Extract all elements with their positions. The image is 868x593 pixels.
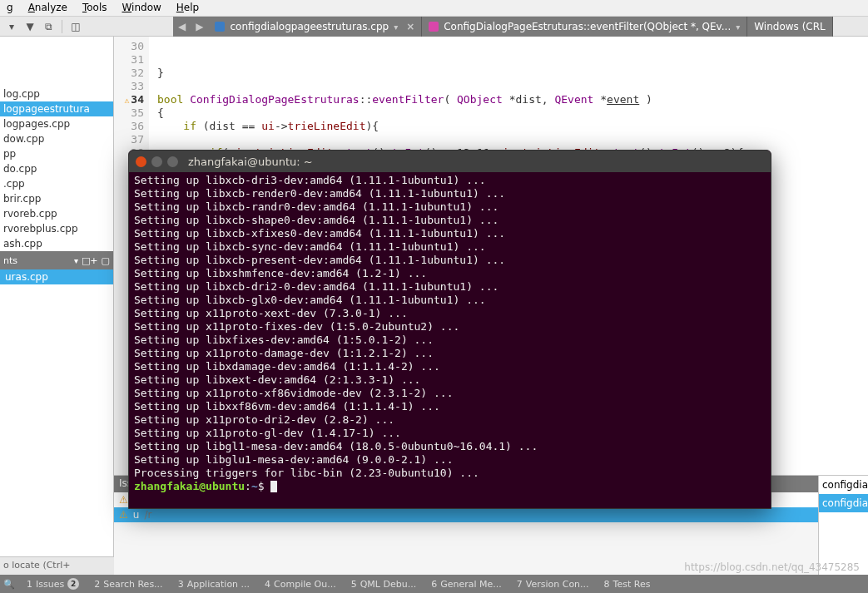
menu-item[interactable]: Window (122, 2, 161, 14)
bottom-tab[interactable]: 3 Application ... (175, 579, 253, 590)
bottom-tab[interactable]: 8 Test Res (601, 579, 654, 590)
chevron-down-icon[interactable]: ▾ (394, 22, 398, 32)
close-panel-icon[interactable]: ▢ (102, 255, 110, 266)
menu-item-partial[interactable]: g (7, 2, 13, 14)
bottom-tab-bar: 🔍1 Issues 22 Search Res...3 Application … (0, 575, 868, 593)
terminal-line: Setting up libxcb-sync-dev:amd64 (1.11.1… (134, 240, 766, 254)
cpp-file-icon (215, 22, 225, 32)
terminal-line: Setting up x11proto-dri2-dev (2.8-2) ... (134, 413, 766, 427)
chevron-down-icon[interactable]: ▾ (736, 22, 740, 32)
link-icon[interactable]: ⧉ (42, 20, 55, 33)
terminal-line: Setting up libxcb-shape0-dev:amd64 (1.11… (134, 214, 766, 227)
chevron-down-icon[interactable]: ▾ (74, 256, 78, 265)
issue-row[interactable]: ⚠ u /r (114, 507, 818, 522)
close-icon[interactable]: × (406, 21, 414, 32)
file-list-item[interactable]: pp (0, 146, 113, 161)
issue-file-label[interactable]: configdia (819, 476, 868, 494)
open-documents-list: uras.cpp (0, 269, 113, 575)
bottom-tab[interactable]: 5 QML Debu... (348, 579, 419, 590)
bottom-tab[interactable]: 1 Issues 2 (23, 578, 82, 590)
terminal-line: Setting up libxshmfence-dev:amd64 (1.2-1… (134, 267, 766, 280)
menu-item[interactable]: Tools (82, 2, 107, 14)
nav-back-icon[interactable]: ◀ (173, 21, 191, 32)
terminal-body[interactable]: Setting up libxcb-dri3-dev:amd64 (1.11.1… (129, 172, 771, 495)
menu-item[interactable]: Help (176, 2, 199, 14)
terminal-line: Setting up libxcb-glx0-dev:amd64 (1.11.1… (134, 294, 766, 307)
warning-icon: ⚠ (119, 494, 128, 506)
file-list-item[interactable]: logpages.cpp (0, 116, 113, 131)
filter-icon[interactable]: ▼ (23, 20, 37, 33)
window-maximize-button[interactable] (167, 156, 178, 167)
editor-tab-bar: ◀ ▶ configdialogpageestruturas.cpp ▾ × C… (173, 17, 833, 37)
file-list-item[interactable]: dow.cpp (0, 131, 113, 146)
terminal-title-bar[interactable]: zhangfakai@ubuntu: ~ (129, 151, 771, 172)
file-list: log.cpplogpageestruturalogpages.cppdow.c… (0, 37, 113, 251)
badge: 2 (67, 578, 79, 590)
tab-file[interactable]: configdialogpageestruturas.cpp ▾ × (208, 17, 422, 37)
split-icon[interactable]: ◫ (69, 20, 82, 33)
bottom-tab[interactable]: 2 Search Res... (91, 579, 166, 590)
terminal-title: zhangfakai@ubuntu: ~ (188, 156, 313, 168)
terminal-line: Setting up x11proto-fixes-dev (1:5.0-2ub… (134, 320, 766, 334)
watermark: https://blog.csdn.net/qq_43475285 (684, 561, 860, 573)
bottom-tab[interactable]: 4 Compile Ou... (261, 579, 340, 590)
split-icon[interactable]: □+ (82, 255, 98, 266)
file-list-item[interactable]: logpageestrutura (0, 101, 113, 116)
nav-forward-icon[interactable]: ▶ (191, 21, 208, 32)
dropdown-icon[interactable]: ▾ (5, 20, 18, 33)
warning-icon: ⚠ (119, 509, 128, 521)
terminal-line: Setting up libxext-dev:amd64 (2:1.3.3-1)… (134, 373, 766, 387)
open-document-item[interactable]: uras.cpp (0, 269, 113, 284)
terminal-line: Setting up libxcb-randr0-dev:amd64 (1.11… (134, 200, 766, 214)
file-list-item[interactable]: brir.cpp (0, 191, 113, 206)
file-list-item[interactable]: rvoreb.cpp (0, 206, 113, 221)
terminal-line: Setting up libxcb-dri2-0-dev:amd64 (1.11… (134, 280, 766, 294)
open-docs-header-label: nts (3, 255, 17, 266)
locate-input[interactable]: o locate (Ctrl+ (0, 556, 114, 575)
terminal-line: Setting up libxdamage-dev:amd64 (1:1.1.4… (134, 360, 766, 373)
tab-function-label: ConfigDialogPageEstruturas::eventFilter(… (444, 21, 731, 32)
search-icon[interactable]: 🔍 (3, 579, 15, 590)
terminal-prompt[interactable]: zhangfakai@ubuntu:~$ (134, 480, 766, 493)
terminal-line: Setting up libglu1-mesa-dev:amd64 (9.0.0… (134, 453, 766, 467)
project-sidebar: log.cpplogpageestruturalogpages.cppdow.c… (0, 37, 114, 575)
menu-item[interactable]: Analyze (28, 2, 67, 14)
bottom-tab[interactable]: 6 General Me... (428, 579, 505, 590)
terminal-line: Setting up x11proto-gl-dev (1.4.17-1) ..… (134, 427, 766, 440)
issues-file-column: configdiaconfigdia (818, 476, 868, 575)
terminal-line: Setting up libxxf86vm-dev:amd64 (1:1.1.4… (134, 400, 766, 413)
terminal-line: Setting up x11proto-xf86vidmode-dev (2.3… (134, 387, 766, 400)
terminal-line: Processing triggers for libc-bin (2.23-0… (134, 467, 766, 480)
terminal-cursor (270, 481, 277, 492)
open-documents-header[interactable]: nts ▾ □+ ▢ (0, 251, 113, 269)
file-list-item[interactable]: .cpp (0, 176, 113, 191)
file-list-item[interactable]: do.cpp (0, 161, 113, 176)
terminal-line: Setting up libxcb-present-dev:amd64 (1.1… (134, 254, 766, 267)
file-list-item[interactable]: log.cpp (0, 86, 113, 101)
terminal-line: Setting up libxcb-xfixes0-dev:amd64 (1.1… (134, 227, 766, 240)
bottom-tab[interactable]: 7 Version Con... (513, 579, 593, 590)
terminal-line: Setting up libgl1-mesa-dev:amd64 (18.0.5… (134, 440, 766, 453)
tab-function[interactable]: ConfigDialogPageEstruturas::eventFilter(… (422, 17, 747, 37)
window-close-button[interactable] (136, 156, 146, 167)
tab-encoding-label: Windows (CRL (754, 21, 825, 32)
terminal-line: Setting up libxcb-dri3-dev:amd64 (1.11.1… (134, 174, 766, 187)
file-list-item[interactable]: rvorebplus.cpp (0, 221, 113, 236)
window-minimize-button[interactable] (151, 156, 162, 167)
terminal-line: Setting up x11proto-xext-dev (7.3.0-1) .… (134, 307, 766, 320)
terminal-line: Setting up libxcb-render0-dev:amd64 (1.1… (134, 187, 766, 200)
terminal-line: Setting up x11proto-damage-dev (1:1.2.1-… (134, 347, 766, 360)
tab-encoding[interactable]: Windows (CRL (747, 17, 832, 37)
terminal-line: Setting up libxfixes-dev:amd64 (1:5.0.1-… (134, 334, 766, 347)
terminal-window[interactable]: zhangfakai@ubuntu: ~ Setting up libxcb-d… (128, 150, 771, 509)
function-icon (429, 22, 439, 32)
issue-file-label[interactable]: configdia (819, 494, 868, 512)
locate-placeholder: o locate (Ctrl+ (3, 560, 70, 571)
menu-bar: gAnalyzeToolsWindowHelp (0, 0, 868, 17)
tab-file-label: configdialogpageestruturas.cpp (230, 21, 389, 32)
file-list-item[interactable]: ash.cpp (0, 236, 113, 251)
